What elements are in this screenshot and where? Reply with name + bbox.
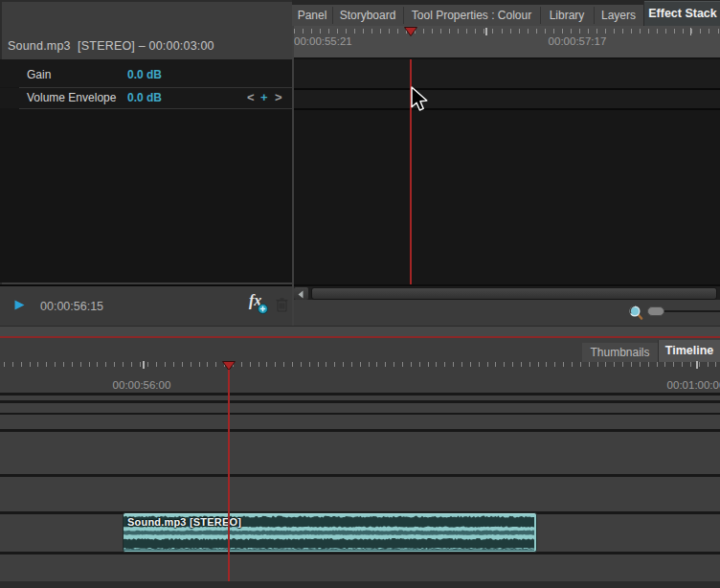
timeline-ruler[interactable]: 00:00:56:00 00:01:00:00 (0, 361, 720, 393)
gain-label: Gain (27, 68, 51, 81)
gain-value[interactable]: 0.0 dB (127, 68, 162, 81)
track-separator (292, 88, 720, 90)
play-icon[interactable] (14, 300, 25, 310)
envelope-prev-button[interactable]: < (247, 90, 255, 104)
trash-icon[interactable] (276, 297, 288, 312)
timeline-ruler-label-2: 00:01:00:00 (664, 378, 720, 392)
effect-stack-curve-area[interactable] (292, 59, 720, 284)
transport-timecode: 00:00:56:15 (40, 299, 117, 314)
fx-add-icon[interactable]: fx (249, 295, 270, 316)
panel-divider[interactable] (292, 26, 294, 327)
panel-top-edge (0, 0, 292, 2)
tab-tool-properties[interactable]: Tool Properties : Colour (403, 5, 540, 26)
track-row[interactable] (0, 477, 720, 512)
sound-transport-bar: 00:00:56:15 fx (0, 284, 292, 328)
tab-storyboard[interactable]: Storyboard (332, 5, 403, 26)
tab-timeline[interactable]: Timeline (658, 340, 720, 362)
track-separator (292, 108, 720, 110)
tab-thumbnails[interactable]: Thumbnails (582, 343, 658, 362)
effect-stack-panel: Panel Storyboard Tool Properties : Colou… (292, 0, 720, 327)
track-row[interactable] (0, 415, 720, 429)
tab-effect-stack[interactable]: Effect Stack (643, 1, 720, 26)
scrollbar-left-button[interactable] (294, 287, 308, 300)
track-row[interactable] (0, 403, 720, 413)
playhead-line-bottom[interactable] (228, 370, 231, 581)
sound-editor-ruler[interactable]: 00:00:55:21 00:00:57:17 (292, 26, 720, 59)
playhead-line-top[interactable] (410, 59, 413, 284)
volume-envelope-value[interactable]: 0.0 dB (127, 91, 162, 104)
track-row[interactable] (0, 432, 720, 475)
zoom-control-row (292, 300, 720, 327)
zoom-slider-groove[interactable] (664, 310, 720, 312)
volume-envelope-label: Volume Envelope (27, 91, 116, 104)
audio-clip-label: Sound.mp3 [STEREO] (127, 516, 241, 528)
tab-layers[interactable]: Layers (594, 5, 643, 26)
ruler-ticks (0, 361, 720, 393)
sound-editor-panel: Sound.mp3 [STEREO] – 00:00:03:00 Gain 0.… (0, 0, 292, 327)
ruler-label-start: 00:00:55:21 (294, 34, 352, 48)
tab-library[interactable]: Library (540, 5, 594, 26)
audio-clip[interactable]: Sound.mp3 [STEREO] (123, 512, 537, 553)
tab-panel[interactable]: Panel (292, 5, 332, 26)
scrollbar-handle[interactable] (311, 287, 717, 300)
timeline-bottom-strip (0, 581, 720, 588)
volume-envelope-row[interactable]: Volume Envelope 0.0 dB < + > (0, 88, 292, 108)
envelope-add-button[interactable]: + (260, 90, 268, 104)
sound-properties-area: Gain 0.0 dB Volume Envelope 0.0 dB < + > (0, 59, 292, 283)
timeline-panel: Thumbnails Timeline 00:00:56:00 00:01:00… (0, 338, 720, 588)
timeline-ruler-label-1: 00:00:56:00 (110, 378, 173, 392)
view-tabbar: Panel Storyboard Tool Properties : Colou… (292, 0, 720, 26)
timeline-tracks (0, 393, 720, 581)
application-window: Sound.mp3 [STEREO] – 00:00:03:00 Gain 0.… (0, 0, 720, 588)
magnifier-icon[interactable] (628, 305, 644, 322)
playhead-marker-top[interactable] (404, 27, 417, 36)
ruler-ticks (292, 26, 720, 57)
sound-clip-title: Sound.mp3 [STEREO] – 00:00:03:00 (8, 39, 290, 54)
zoom-slider-handle[interactable] (647, 306, 664, 316)
envelope-next-button[interactable]: > (275, 90, 282, 104)
ruler-label-mid: 00:00:57:17 (546, 34, 609, 48)
row-separator (19, 108, 292, 109)
curve-area-lower (292, 110, 720, 284)
gain-row[interactable]: Gain 0.0 dB (0, 59, 292, 87)
track-row[interactable] (0, 554, 720, 581)
